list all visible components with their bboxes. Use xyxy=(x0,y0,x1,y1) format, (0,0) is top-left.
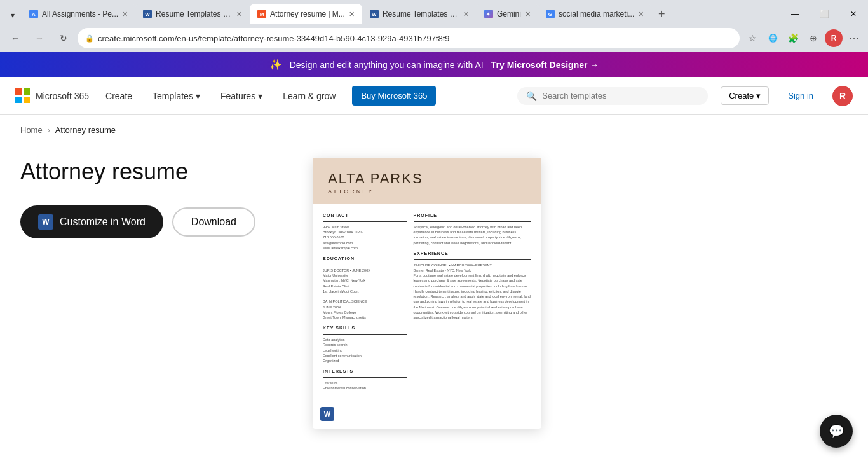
search-input[interactable] xyxy=(542,91,699,100)
skills-section-title: KEY SKILLS xyxy=(323,325,407,331)
education-text: JURIS DOCTOR • JUNE 200X Major Universit… xyxy=(323,268,407,321)
tab-close-3[interactable]: ✕ xyxy=(349,10,355,18)
user-avatar[interactable]: R xyxy=(832,86,853,106)
profile-divider xyxy=(414,221,532,222)
profile-avatar[interactable]: R xyxy=(825,29,843,47)
contact-text: 9957 Main Street Brooklyn, New York 1121… xyxy=(323,225,407,251)
contact-section-title: CONTACT xyxy=(323,212,407,219)
chat-icon: 💬 xyxy=(829,424,844,439)
address-bar[interactable]: 🔒 create.microsoft.com/en-us/template/at… xyxy=(78,28,740,48)
sign-in-link[interactable]: Sign in xyxy=(782,87,820,104)
ms-logo-squares xyxy=(15,88,31,104)
education-divider xyxy=(323,265,407,265)
profile-text: Analytical, energetic, and detail-orient… xyxy=(414,225,532,245)
page-content: ✨ Design and edit anything you can imagi… xyxy=(0,52,868,462)
edge-icon[interactable]: 🌐 xyxy=(764,29,782,47)
logo-text: Microsoft 365 xyxy=(36,91,89,101)
ms-logo-blue xyxy=(15,97,22,103)
education-section-title: EDUCATION xyxy=(323,256,407,262)
extensions-btn[interactable]: ⊕ xyxy=(804,29,822,47)
customize-in-word-button[interactable]: W Customize in Word xyxy=(20,205,163,238)
contact-divider xyxy=(323,221,407,222)
action-buttons: W Customize in Word Download xyxy=(20,205,287,238)
ms365-logo[interactable]: Microsoft 365 xyxy=(15,88,89,104)
skills-divider xyxy=(323,334,407,335)
tab-4[interactable]: W Resume Templates W... ✕ xyxy=(362,4,477,24)
resume-name: ALTA PARKS xyxy=(328,170,526,187)
experience-section-title: EXPERIENCE xyxy=(414,251,532,257)
breadcrumb-home[interactable]: Home xyxy=(20,125,43,135)
tab-list-button[interactable]: ▾ xyxy=(4,6,22,24)
template-title: Attorney resume xyxy=(20,158,287,185)
profile-section-title: PROFILE xyxy=(414,212,532,219)
lock-icon: 🔒 xyxy=(85,34,94,43)
ai-banner: ✨ Design and edit anything you can imagi… xyxy=(0,52,868,77)
word-badge: W xyxy=(320,407,334,421)
main-content: Attorney resume W Customize in Word Down… xyxy=(0,145,868,441)
banner-cta[interactable]: Try Microsoft Designer → xyxy=(491,60,599,70)
tab-2[interactable]: W Resume Templates W... ✕ xyxy=(135,4,250,24)
minimize-button[interactable]: — xyxy=(780,4,810,24)
ms-logo-green xyxy=(24,88,30,95)
tab-close-2[interactable]: ✕ xyxy=(236,10,242,18)
download-button[interactable]: Download xyxy=(172,207,255,237)
tab-3-active[interactable]: M Attorney resume | M... ✕ xyxy=(250,4,362,24)
interests-text: Literature Environmental conservation xyxy=(323,380,407,391)
forward-button[interactable]: → xyxy=(29,28,50,48)
create-dropdown-button[interactable]: Create ▾ xyxy=(721,86,769,105)
wand-icon: ✨ xyxy=(269,59,282,71)
nav-features[interactable]: Features ▾ xyxy=(217,88,266,104)
tab-close-1[interactable]: ✕ xyxy=(122,10,128,18)
chevron-down-icon-2: ▾ xyxy=(258,91,262,101)
nav-create[interactable]: Create xyxy=(102,88,136,104)
tab-1[interactable]: A All Assignments - Pe... ✕ xyxy=(22,4,135,24)
main-navigation: Microsoft 365 Create Templates ▾ Feature… xyxy=(0,77,868,115)
banner-text: Design and edit anything you can imagine… xyxy=(290,60,484,70)
interests-section-title: INTERESTS xyxy=(323,368,407,375)
resume-body: CONTACT 9957 Main Street Brooklyn, New Y… xyxy=(313,204,541,402)
chevron-down-icon: ▾ xyxy=(196,91,200,101)
menu-icon[interactable]: ⋯ xyxy=(845,29,863,47)
tab-5[interactable]: ✦ Gemini ✕ xyxy=(477,4,538,24)
extensions-icon[interactable]: 🧩 xyxy=(784,29,802,47)
nav-templates[interactable]: Templates ▾ xyxy=(149,88,204,104)
experience-divider xyxy=(414,259,532,260)
tab-close-4[interactable]: ✕ xyxy=(463,10,469,18)
breadcrumb-separator: › xyxy=(48,126,50,135)
reload-button[interactable]: ↻ xyxy=(53,28,74,48)
close-button[interactable]: ✕ xyxy=(839,4,868,24)
browser-chrome: ▾ A All Assignments - Pe... ✕ W Resume T… xyxy=(0,0,868,52)
buy-microsoft-button[interactable]: Buy Microsoft 365 xyxy=(352,86,436,106)
word-icon: W xyxy=(38,214,53,230)
customize-label: Customize in Word xyxy=(60,216,146,228)
tab-6[interactable]: G social media marketi... ✕ xyxy=(538,4,651,24)
search-box[interactable]: 🔍 xyxy=(517,87,708,105)
breadcrumb: Home › Attorney resume xyxy=(0,115,868,145)
ms-logo-red xyxy=(15,88,22,95)
breadcrumb-current: Attorney resume xyxy=(55,125,116,135)
search-icon: 🔍 xyxy=(526,91,537,101)
skills-text: Data analytics Records search Legal writ… xyxy=(323,337,407,363)
new-tab-button[interactable]: + xyxy=(651,4,672,24)
chevron-down-icon-3: ▾ xyxy=(756,91,761,100)
resume-right-column: PROFILE Analytical, energetic, and detai… xyxy=(414,212,532,393)
back-button[interactable]: ← xyxy=(5,28,25,48)
ms-logo-yellow xyxy=(24,97,30,103)
maximize-button[interactable]: ⬜ xyxy=(810,4,839,24)
left-panel: Attorney resume W Customize in Word Down… xyxy=(20,158,287,238)
resume-header-area: ALTA PARKS ATTORNEY xyxy=(313,158,541,204)
bookmark-icon[interactable]: ☆ xyxy=(743,29,761,47)
url-text: create.microsoft.com/en-us/template/atto… xyxy=(98,34,732,43)
resume-preview: ALTA PARKS ATTORNEY CONTACT 9957 Main St… xyxy=(313,158,541,429)
interests-divider xyxy=(323,377,407,378)
resume-left-column: CONTACT 9957 Main Street Brooklyn, New Y… xyxy=(323,212,407,393)
resume-title-tag: ATTORNEY xyxy=(328,188,526,195)
nav-learn-grow[interactable]: Learn & grow xyxy=(279,88,339,104)
resume-preview-wrapper: ALTA PARKS ATTORNEY CONTACT 9957 Main St… xyxy=(313,158,541,429)
tab-close-6[interactable]: ✕ xyxy=(638,10,644,18)
experience-text: IN-HOUSE COUNSEL • MARCH 200X–PRESENT Ba… xyxy=(414,263,532,321)
chat-support-button[interactable]: 💬 xyxy=(820,415,853,448)
tab-close-5[interactable]: ✕ xyxy=(525,10,531,18)
